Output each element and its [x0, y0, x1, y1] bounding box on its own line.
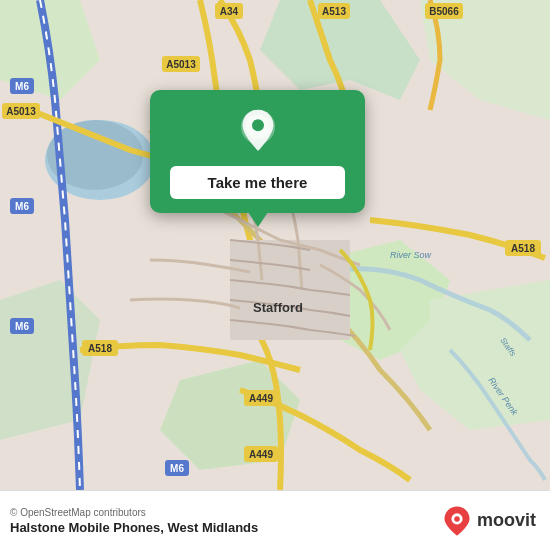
- map-container[interactable]: A34 A513 B5066 A5013 A5013 M6 M6 M6 A518…: [0, 0, 550, 490]
- svg-text:M6: M6: [15, 201, 29, 212]
- svg-text:A518: A518: [511, 243, 535, 254]
- svg-text:M6: M6: [15, 81, 29, 92]
- svg-text:River Sow: River Sow: [390, 250, 432, 260]
- svg-text:M6: M6: [170, 463, 184, 474]
- popup-card: Take me there: [150, 90, 365, 213]
- bottom-info: © OpenStreetMap contributors Halstone Mo…: [10, 507, 258, 535]
- take-me-there-button[interactable]: Take me there: [170, 166, 345, 199]
- svg-text:A34: A34: [220, 6, 239, 17]
- svg-text:M6: M6: [15, 321, 29, 332]
- svg-text:A513: A513: [322, 6, 346, 17]
- svg-text:B5066: B5066: [429, 6, 459, 17]
- moovit-icon: [441, 505, 473, 537]
- moovit-text: moovit: [477, 510, 536, 531]
- map-attribution: © OpenStreetMap contributors: [10, 507, 258, 518]
- location-pin-icon: [234, 108, 282, 156]
- svg-point-45: [454, 516, 460, 522]
- bottom-bar: © OpenStreetMap contributors Halstone Mo…: [0, 490, 550, 550]
- svg-text:A449: A449: [249, 393, 273, 404]
- svg-text:Stafford: Stafford: [253, 300, 303, 315]
- svg-text:A518: A518: [88, 343, 112, 354]
- location-label: Halstone Mobile Phones, West Midlands: [10, 520, 258, 535]
- svg-text:A5013: A5013: [6, 106, 36, 117]
- svg-point-43: [252, 119, 264, 131]
- svg-text:A5013: A5013: [166, 59, 196, 70]
- moovit-logo: moovit: [441, 505, 536, 537]
- svg-text:A449: A449: [249, 449, 273, 460]
